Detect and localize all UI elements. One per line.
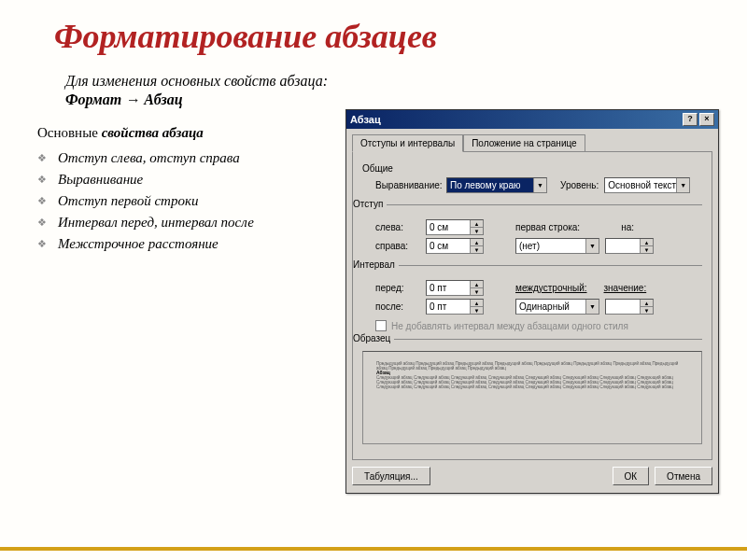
chevron-up-icon: ▲ (641, 300, 653, 307)
slide-subtitle-2: Формат → Абзац (65, 91, 719, 108)
checkbox-label: Не добавлять интервал между абзацами одн… (391, 321, 628, 331)
combo-align[interactable]: По левому краю ▼ (446, 177, 547, 193)
group-common: Общие (362, 163, 702, 174)
label-firstline: первая строка: (515, 222, 580, 232)
dialog-titlebar[interactable]: Абзац ? × (346, 110, 718, 129)
group-interval: Интервал (353, 259, 399, 270)
list-item: Выравнивание (37, 172, 345, 188)
label-left: слева: (375, 222, 420, 232)
spin-value[interactable]: ▲▼ (605, 299, 654, 315)
chevron-down-icon: ▼ (533, 178, 546, 192)
spin-right[interactable]: 0 см ▲▼ (426, 238, 484, 254)
chevron-down-icon: ▼ (676, 178, 689, 192)
label-level: Уровень: (560, 180, 599, 190)
label-by: на: (621, 222, 634, 232)
label-value: значение: (604, 283, 647, 293)
spin-after[interactable]: 0 пт ▲▼ (426, 299, 484, 315)
list-item: Межстрочное расстояние (37, 236, 345, 252)
list-item: Отступ первой строки (37, 193, 345, 209)
chevron-up-icon: ▲ (471, 300, 483, 307)
chevron-up-icon: ▲ (641, 239, 653, 246)
chevron-down-icon: ▼ (471, 228, 483, 234)
combo-firstline[interactable]: (нет) ▼ (515, 238, 599, 254)
group-indent: Отступ (353, 199, 387, 209)
chevron-down-icon: ▼ (641, 307, 653, 314)
chevron-up-icon: ▲ (471, 281, 483, 288)
list-item: Интервал перед, интервал после (37, 215, 345, 231)
chevron-down-icon: ▼ (471, 288, 483, 295)
sample-preview: Предыдущий абзац Предыдущий абзац Предыд… (362, 351, 702, 444)
tabs-button[interactable]: Табуляция... (352, 467, 430, 485)
help-button[interactable]: ? (683, 113, 698, 126)
close-button[interactable]: × (699, 113, 714, 126)
spin-before[interactable]: 0 пт ▲▼ (426, 280, 484, 296)
chevron-down-icon: ▼ (585, 300, 599, 314)
label-align: Выравнивание: (375, 180, 441, 190)
section-heading: Основные свойства абзаца (37, 125, 345, 141)
spin-left[interactable]: 0 см ▲▼ (426, 219, 484, 235)
decoration-bar (0, 547, 747, 551)
slide-title: Форматирование абзацев (54, 17, 719, 56)
paragraph-dialog: Абзац ? × Отступы и интервалы Положение … (345, 109, 719, 494)
list-item: Отступ слева, отступ справа (37, 150, 345, 166)
chevron-down-icon: ▼ (641, 246, 653, 253)
label-before: перед: (375, 283, 420, 293)
spin-by[interactable]: ▲▼ (605, 238, 654, 254)
tab-position[interactable]: Положение на странице (463, 134, 585, 152)
cancel-button[interactable]: Отмена (655, 467, 712, 485)
chevron-down-icon: ▼ (471, 246, 483, 253)
chevron-up-icon: ▲ (471, 220, 483, 228)
chevron-up-icon: ▲ (471, 239, 483, 246)
dialog-title: Абзац (350, 114, 381, 125)
tab-indents[interactable]: Отступы и интервалы (352, 134, 463, 152)
bullet-list: Отступ слева, отступ справа Выравнивание… (37, 150, 345, 252)
label-right: справа: (375, 241, 420, 251)
combo-level[interactable]: Основной текст ▼ (604, 177, 690, 193)
group-sample: Образец (353, 333, 394, 343)
chevron-down-icon: ▼ (471, 307, 483, 314)
slide-subtitle-1: Для изменения основных свойств абзаца: (65, 73, 719, 90)
checkbox-no-space[interactable] (375, 320, 387, 331)
label-linespacing: междустрочный: (515, 283, 587, 293)
combo-linespacing[interactable]: Одинарный ▼ (515, 299, 599, 315)
chevron-down-icon: ▼ (585, 239, 599, 253)
ok-button[interactable]: ОК (613, 467, 650, 485)
label-after: после: (375, 301, 420, 312)
